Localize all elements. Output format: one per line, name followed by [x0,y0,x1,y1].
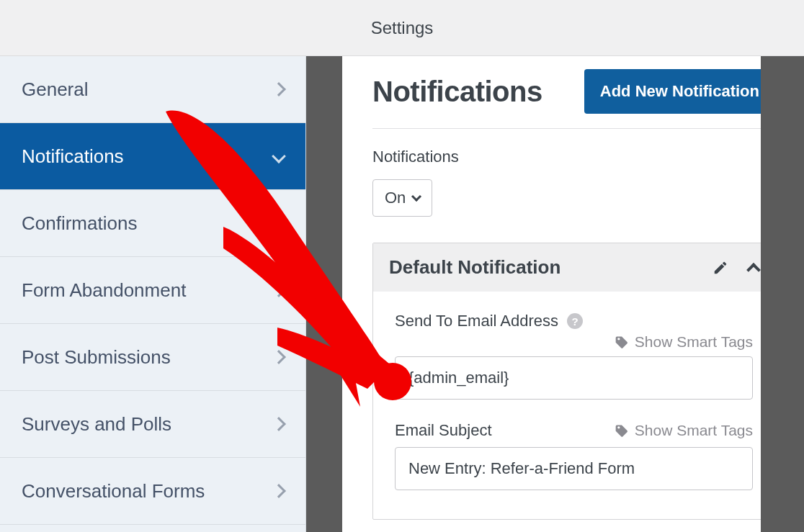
tag-icon [615,423,629,438]
field-label: Email Subject [395,421,492,440]
layout: General Notifications Confirmations Form… [0,56,804,532]
sidebar-item-label: General [22,78,89,101]
notification-card-body: Send To Email Address ? Show Smart Tags [373,292,774,519]
sidebar-item-label: Confirmations [22,212,137,235]
edit-icon[interactable] [713,260,728,276]
sidebar-item-surveys-polls[interactable]: Surveys and Polls [0,391,305,458]
tag-icon [615,335,629,349]
send-to-email-input[interactable] [395,356,753,400]
page-title: Settings [371,18,434,38]
show-smart-tags-link[interactable]: Show Smart Tags [615,333,753,351]
panel-header: Notifications Add New Notification [372,69,775,129]
card-header-actions [713,260,759,276]
notifications-toggle-label: Notifications [372,148,775,166]
notifications-toggle-select[interactable]: On [372,179,432,217]
chevron-down-icon [411,191,421,202]
chevron-right-icon [272,216,286,230]
chevron-up-icon[interactable] [746,263,761,277]
notification-card-header: Default Notification [373,243,774,292]
help-icon[interactable]: ? [567,313,583,329]
sidebar-item-post-submissions[interactable]: Post Submissions [0,324,305,391]
smart-tags-label: Show Smart Tags [635,422,753,439]
toggle-value: On [385,189,406,207]
field-label: Send To Email Address [395,312,558,330]
sidebar-item-notifications[interactable]: Notifications [0,123,305,190]
chevron-right-icon [272,417,286,431]
chevron-right-icon [272,484,286,498]
divider-strip [306,56,342,532]
sidebar-item-label: Post Submissions [22,346,171,369]
settings-sidebar: General Notifications Confirmations Form… [0,56,306,532]
smart-tags-label: Show Smart Tags [635,333,753,351]
notification-card: Default Notification Send To Email Addre… [372,243,775,520]
chevron-right-icon [272,350,286,364]
top-bar: Settings [0,0,804,56]
panel-heading: Notifications [372,76,542,108]
main-panel: Notifications Add New Notification Notif… [342,56,804,532]
right-divider-strip [761,56,804,532]
field-email-subject: Email Subject Show Smart Tags [395,421,753,490]
chevron-right-icon [272,283,286,297]
sidebar-item-conversational-forms[interactable]: Conversational Forms [0,458,305,525]
sidebar-item-form-abandonment[interactable]: Form Abandonment [0,257,305,324]
sidebar-item-label: Surveys and Polls [22,413,171,436]
notification-card-title: Default Notification [389,256,560,279]
field-send-to: Send To Email Address ? Show Smart Tags [395,312,753,400]
sidebar-item-label: Conversational Forms [22,480,205,502]
sidebar-item-label: Form Abandonment [22,279,186,302]
email-subject-input[interactable] [395,447,753,490]
sidebar-item-confirmations[interactable]: Confirmations [0,190,305,257]
show-smart-tags-link[interactable]: Show Smart Tags [615,422,753,439]
sidebar-item-label: Notifications [22,145,124,168]
add-new-notification-button[interactable]: Add New Notification [584,69,775,114]
sidebar-item-general[interactable]: General [0,56,305,123]
chevron-right-icon [272,82,286,96]
chevron-down-icon [272,149,286,163]
